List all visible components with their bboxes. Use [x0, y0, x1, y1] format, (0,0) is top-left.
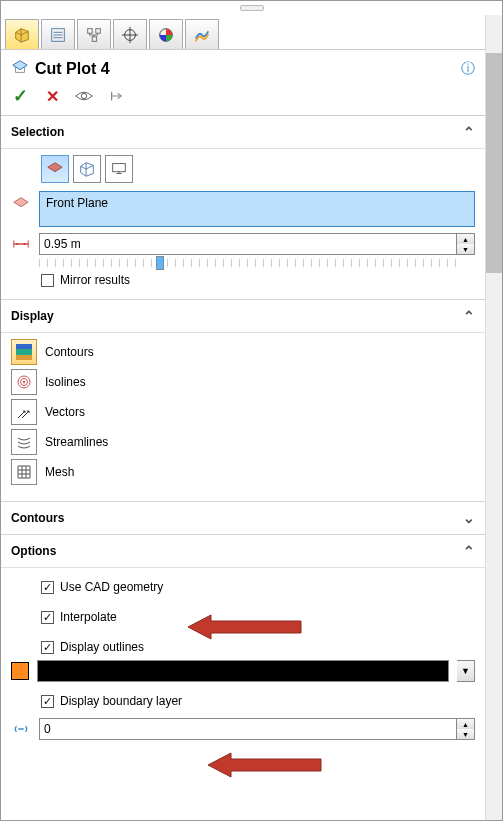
panel-title: Cut Plot 4: [35, 60, 461, 78]
tab-flow[interactable]: [185, 19, 219, 49]
cut-plot-icon: [11, 58, 29, 79]
isolines-button[interactable]: [11, 369, 37, 395]
svg-point-17: [24, 243, 26, 245]
svg-rect-4: [88, 28, 93, 33]
contours-button[interactable]: [11, 339, 37, 365]
panel-grip[interactable]: [240, 5, 264, 11]
svg-rect-5: [96, 28, 101, 33]
mirror-label: Mirror results: [60, 273, 130, 287]
isolines-label: Isolines: [45, 375, 86, 389]
plane-selection-field[interactable]: Front Plane: [39, 191, 475, 227]
tab-appearance[interactable]: [149, 19, 183, 49]
screen-mode-button[interactable]: [105, 155, 133, 183]
surface-mode-button[interactable]: [73, 155, 101, 183]
tab-feature[interactable]: [5, 19, 39, 49]
ok-button[interactable]: ✓: [11, 87, 29, 105]
plane-selection-value: Front Plane: [46, 196, 108, 210]
cancel-button[interactable]: ✕: [43, 87, 61, 105]
chevron-up-icon: ⌃: [463, 543, 475, 559]
outline-color-icon: [11, 662, 29, 680]
tab-tree[interactable]: [77, 19, 111, 49]
options-body: Use CAD geometry Interpolate Display out…: [1, 568, 485, 758]
plane-icon: [11, 191, 31, 213]
contours-header[interactable]: Contours ⌄: [1, 502, 485, 535]
tab-properties[interactable]: [41, 19, 75, 49]
boundary-value-input[interactable]: [39, 718, 457, 740]
mesh-button[interactable]: [11, 459, 37, 485]
interpolate-checkbox[interactable]: [41, 611, 54, 624]
mirror-checkbox[interactable]: [41, 274, 54, 287]
display-header[interactable]: Display ⌃: [1, 300, 485, 333]
svg-point-11: [81, 93, 86, 98]
preview-button[interactable]: [75, 87, 93, 105]
contours-label: Contours: [45, 345, 94, 359]
streamlines-label: Streamlines: [45, 435, 108, 449]
streamlines-button[interactable]: [11, 429, 37, 455]
vectors-label: Vectors: [45, 405, 85, 419]
vectors-button[interactable]: [11, 399, 37, 425]
use-cad-label: Use CAD geometry: [60, 580, 163, 594]
selection-header[interactable]: Selection ⌃: [1, 116, 485, 149]
chevron-down-icon: ⌄: [463, 510, 475, 526]
offset-icon: [11, 233, 31, 251]
pin-button[interactable]: [107, 87, 125, 105]
help-icon[interactable]: ⓘ: [461, 60, 475, 78]
title-row: Cut Plot 4 ⓘ: [1, 50, 485, 83]
vertical-scrollbar[interactable]: [485, 15, 502, 820]
offset-input[interactable]: [39, 233, 457, 255]
interpolate-label: Interpolate: [60, 610, 117, 624]
svg-point-23: [23, 381, 25, 383]
svg-rect-19: [16, 344, 32, 349]
outline-color-select[interactable]: [37, 660, 449, 682]
outline-color-dropdown[interactable]: ▼: [457, 660, 475, 682]
display-boundary-label: Display boundary layer: [60, 694, 182, 708]
chevron-up-icon: ⌃: [463, 308, 475, 324]
display-outlines-checkbox[interactable]: [41, 641, 54, 654]
selection-body: Front Plane ▲▼ Mirror results: [1, 149, 485, 300]
svg-rect-12: [113, 164, 126, 172]
svg-point-16: [16, 243, 18, 245]
offset-spinner[interactable]: ▲▼: [457, 233, 475, 255]
chevron-up-icon: ⌃: [463, 124, 475, 140]
display-boundary-checkbox[interactable]: [41, 695, 54, 708]
action-row: ✓ ✕: [1, 83, 485, 116]
display-outlines-label: Display outlines: [60, 640, 144, 654]
top-tab-toolbar: [1, 15, 485, 50]
mesh-label: Mesh: [45, 465, 74, 479]
svg-rect-20: [16, 355, 32, 360]
svg-rect-6: [92, 36, 97, 41]
display-body: Contours Isolines Vectors Streamlines: [1, 333, 485, 502]
boundary-spinner[interactable]: ▲▼: [457, 718, 475, 740]
offset-slider[interactable]: [39, 259, 457, 267]
tab-target[interactable]: [113, 19, 147, 49]
link-icon: [11, 718, 31, 736]
options-header[interactable]: Options ⌃: [1, 535, 485, 568]
use-cad-checkbox[interactable]: [41, 581, 54, 594]
plane-mode-button[interactable]: [41, 155, 69, 183]
